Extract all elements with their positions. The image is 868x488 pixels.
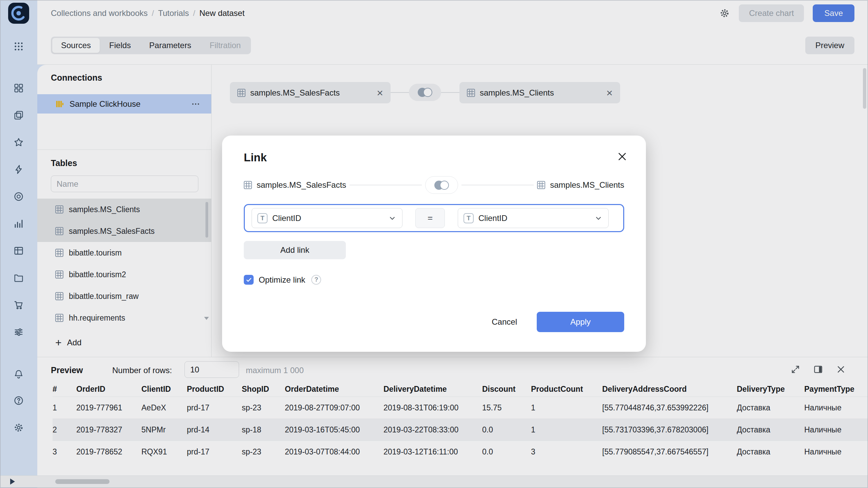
right-field-select[interactable]: T ClientID xyxy=(458,208,609,228)
connector-line xyxy=(350,185,422,185)
optimize-checkbox[interactable] xyxy=(244,275,254,285)
inner-join-icon xyxy=(434,181,449,190)
dialog-footer: Cancel Apply xyxy=(244,312,624,332)
close-dialog-icon[interactable] xyxy=(616,150,628,163)
operator-select[interactable]: = xyxy=(415,208,445,228)
dialog-title: Link xyxy=(244,151,624,164)
join-type-button[interactable] xyxy=(425,176,458,194)
connector-line xyxy=(461,185,534,185)
chevron-down-icon xyxy=(388,214,397,223)
string-type-icon: T xyxy=(257,213,268,223)
selected-field: ClientID xyxy=(272,214,388,223)
cancel-button[interactable]: Cancel xyxy=(481,312,528,332)
help-icon[interactable]: ? xyxy=(311,275,321,285)
add-link-button[interactable]: Add link xyxy=(244,241,346,259)
table-icon xyxy=(537,181,545,189)
table-icon xyxy=(244,181,252,189)
chevron-down-icon xyxy=(594,214,603,223)
link-condition-row: T ClientID = T ClientID xyxy=(244,204,624,232)
datalens-dataset-editor: Collections and workbooks / Tutorials / … xyxy=(0,0,868,488)
linked-tables-row: samples.MS_SalesFacts samples.MS_Clients xyxy=(244,176,624,194)
left-table-name: samples.MS_SalesFacts xyxy=(257,180,346,190)
right-table-name: samples.MS_Clients xyxy=(550,180,624,190)
selected-field: ClientID xyxy=(478,214,594,223)
optimize-link-row: Optimize link ? xyxy=(244,275,624,285)
apply-button[interactable]: Apply xyxy=(537,312,624,332)
optimize-label: Optimize link xyxy=(259,275,305,285)
left-field-select[interactable]: T ClientID xyxy=(252,208,402,228)
string-type-icon: T xyxy=(463,213,474,223)
link-dialog: Link samples.MS_SalesFacts samples.MS_Cl… xyxy=(222,136,646,352)
